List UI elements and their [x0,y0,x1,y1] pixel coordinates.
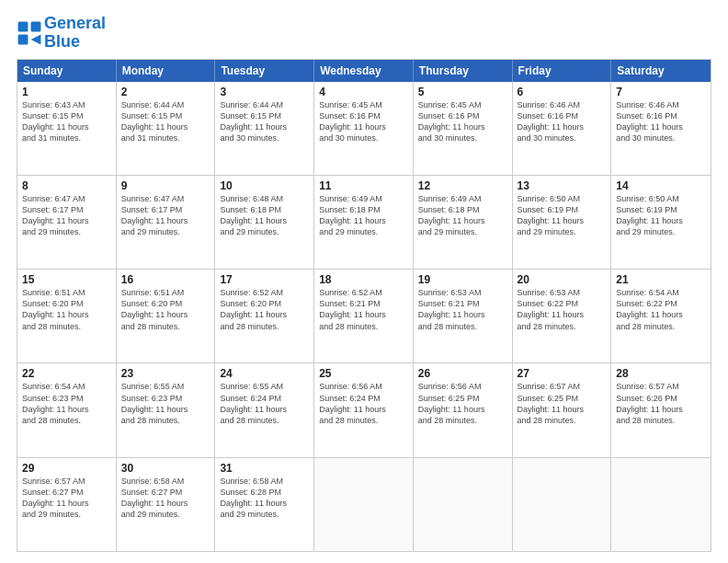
calendar-row-4: 29Sunrise: 6:57 AM Sunset: 6:27 PM Dayli… [17,457,711,551]
day-number: 19 [418,273,507,286]
day-info: Sunrise: 6:49 AM Sunset: 6:18 PM Dayligh… [319,193,408,238]
day-cell-31: 31Sunrise: 6:58 AM Sunset: 6:28 PM Dayli… [215,458,314,551]
day-info: Sunrise: 6:50 AM Sunset: 6:19 PM Dayligh… [518,193,607,238]
svg-rect-2 [18,34,28,44]
day-number: 27 [518,367,607,380]
day-cell-6: 6Sunrise: 6:46 AM Sunset: 6:16 PM Daylig… [513,82,612,175]
logo: General Blue [17,15,106,52]
day-cell-17: 17Sunrise: 6:52 AM Sunset: 6:20 PM Dayli… [215,270,314,362]
day-cell-16: 16Sunrise: 6:51 AM Sunset: 6:20 PM Dayli… [117,270,216,362]
day-number: 28 [616,367,706,380]
day-number: 20 [518,273,607,286]
day-info: Sunrise: 6:45 AM Sunset: 6:16 PM Dayligh… [319,99,408,144]
day-info: Sunrise: 6:54 AM Sunset: 6:22 PM Dayligh… [616,287,706,332]
calendar-header: SundayMondayTuesdayWednesdayThursdayFrid… [17,60,711,82]
day-number: 8 [22,179,111,192]
header-day-wednesday: Wednesday [314,60,414,82]
day-info: Sunrise: 6:44 AM Sunset: 6:15 PM Dayligh… [121,99,210,144]
day-info: Sunrise: 6:57 AM Sunset: 6:25 PM Dayligh… [518,381,607,426]
day-number: 5 [418,86,507,98]
day-info: Sunrise: 6:45 AM Sunset: 6:16 PM Dayligh… [418,99,507,144]
day-number: 7 [616,86,706,98]
day-info: Sunrise: 6:56 AM Sunset: 6:24 PM Dayligh… [319,381,408,426]
day-cell-15: 15Sunrise: 6:51 AM Sunset: 6:20 PM Dayli… [17,270,117,362]
day-number: 25 [319,367,408,380]
day-info: Sunrise: 6:49 AM Sunset: 6:18 PM Dayligh… [418,193,507,238]
day-number: 3 [220,86,309,98]
day-cell-19: 19Sunrise: 6:53 AM Sunset: 6:21 PM Dayli… [414,270,513,362]
day-cell-3: 3Sunrise: 6:44 AM Sunset: 6:15 PM Daylig… [215,82,314,175]
day-cell-25: 25Sunrise: 6:56 AM Sunset: 6:24 PM Dayli… [314,363,414,456]
day-number: 12 [418,179,507,192]
calendar-row-1: 8Sunrise: 6:47 AM Sunset: 6:17 PM Daylig… [17,175,711,269]
day-cell-12: 12Sunrise: 6:49 AM Sunset: 6:18 PM Dayli… [414,176,513,269]
day-info: Sunrise: 6:55 AM Sunset: 6:23 PM Dayligh… [121,381,210,426]
day-info: Sunrise: 6:53 AM Sunset: 6:21 PM Dayligh… [418,287,507,332]
day-number: 30 [121,462,210,475]
day-info: Sunrise: 6:53 AM Sunset: 6:22 PM Dayligh… [518,287,607,332]
day-info: Sunrise: 6:47 AM Sunset: 6:17 PM Dayligh… [121,193,210,238]
day-cell-20: 20Sunrise: 6:53 AM Sunset: 6:22 PM Dayli… [513,270,612,362]
day-info: Sunrise: 6:51 AM Sunset: 6:20 PM Dayligh… [22,287,111,332]
day-info: Sunrise: 6:50 AM Sunset: 6:19 PM Dayligh… [616,193,706,238]
day-cell-26: 26Sunrise: 6:56 AM Sunset: 6:25 PM Dayli… [414,363,513,456]
day-info: Sunrise: 6:47 AM Sunset: 6:17 PM Dayligh… [22,193,111,238]
day-cell-2: 2Sunrise: 6:44 AM Sunset: 6:15 PM Daylig… [117,82,216,175]
day-cell-18: 18Sunrise: 6:52 AM Sunset: 6:21 PM Dayli… [314,270,414,362]
day-cell-21: 21Sunrise: 6:54 AM Sunset: 6:22 PM Dayli… [611,270,711,362]
day-number: 6 [518,86,607,98]
empty-cell [513,458,612,551]
day-info: Sunrise: 6:55 AM Sunset: 6:24 PM Dayligh… [220,381,309,426]
day-number: 29 [22,462,111,475]
day-cell-11: 11Sunrise: 6:49 AM Sunset: 6:18 PM Dayli… [314,176,414,269]
logo-icon [17,20,42,46]
calendar: SundayMondayTuesdayWednesdayThursdayFrid… [17,59,711,552]
day-number: 4 [319,86,408,98]
day-cell-28: 28Sunrise: 6:57 AM Sunset: 6:26 PM Dayli… [611,363,711,456]
calendar-row-0: 1Sunrise: 6:43 AM Sunset: 6:15 PM Daylig… [17,82,711,175]
day-number: 9 [121,179,210,192]
logo-blue: Blue [44,32,80,51]
day-cell-30: 30Sunrise: 6:58 AM Sunset: 6:27 PM Dayli… [117,458,216,551]
day-cell-10: 10Sunrise: 6:48 AM Sunset: 6:18 PM Dayli… [215,176,314,269]
svg-marker-3 [31,34,41,44]
day-number: 1 [22,86,111,98]
svg-rect-1 [31,21,41,31]
day-number: 15 [22,273,111,286]
day-cell-29: 29Sunrise: 6:57 AM Sunset: 6:27 PM Dayli… [17,458,117,551]
day-number: 22 [22,367,111,380]
day-number: 10 [220,179,309,192]
day-info: Sunrise: 6:48 AM Sunset: 6:18 PM Dayligh… [220,193,309,238]
day-info: Sunrise: 6:58 AM Sunset: 6:28 PM Dayligh… [220,476,309,521]
day-info: Sunrise: 6:57 AM Sunset: 6:26 PM Dayligh… [616,381,706,426]
day-info: Sunrise: 6:58 AM Sunset: 6:27 PM Dayligh… [121,476,210,521]
day-number: 13 [518,179,607,192]
logo-text: General Blue [44,15,106,52]
page: General Blue SundayMondayTuesdayWednesda… [0,0,728,563]
day-info: Sunrise: 6:44 AM Sunset: 6:15 PM Dayligh… [220,99,309,144]
header-day-saturday: Saturday [611,60,711,82]
day-cell-1: 1Sunrise: 6:43 AM Sunset: 6:15 PM Daylig… [17,82,117,175]
day-number: 24 [220,367,309,380]
calendar-body: 1Sunrise: 6:43 AM Sunset: 6:15 PM Daylig… [17,82,711,551]
header-day-thursday: Thursday [414,60,513,82]
empty-cell [314,458,414,551]
day-cell-24: 24Sunrise: 6:55 AM Sunset: 6:24 PM Dayli… [215,363,314,456]
day-cell-4: 4Sunrise: 6:45 AM Sunset: 6:16 PM Daylig… [314,82,414,175]
day-cell-13: 13Sunrise: 6:50 AM Sunset: 6:19 PM Dayli… [513,176,612,269]
empty-cell [611,458,711,551]
day-number: 2 [121,86,210,98]
day-number: 18 [319,273,408,286]
header-day-sunday: Sunday [17,60,117,82]
day-cell-22: 22Sunrise: 6:54 AM Sunset: 6:23 PM Dayli… [17,363,117,456]
top-bar: General Blue [17,15,711,52]
calendar-row-3: 22Sunrise: 6:54 AM Sunset: 6:23 PM Dayli… [17,362,711,456]
day-info: Sunrise: 6:54 AM Sunset: 6:23 PM Dayligh… [22,381,111,426]
day-number: 17 [220,273,309,286]
day-number: 14 [616,179,706,192]
day-number: 21 [616,273,706,286]
header-day-monday: Monday [117,60,216,82]
day-cell-14: 14Sunrise: 6:50 AM Sunset: 6:19 PM Dayli… [611,176,711,269]
empty-cell [414,458,513,551]
header-day-tuesday: Tuesday [215,60,314,82]
